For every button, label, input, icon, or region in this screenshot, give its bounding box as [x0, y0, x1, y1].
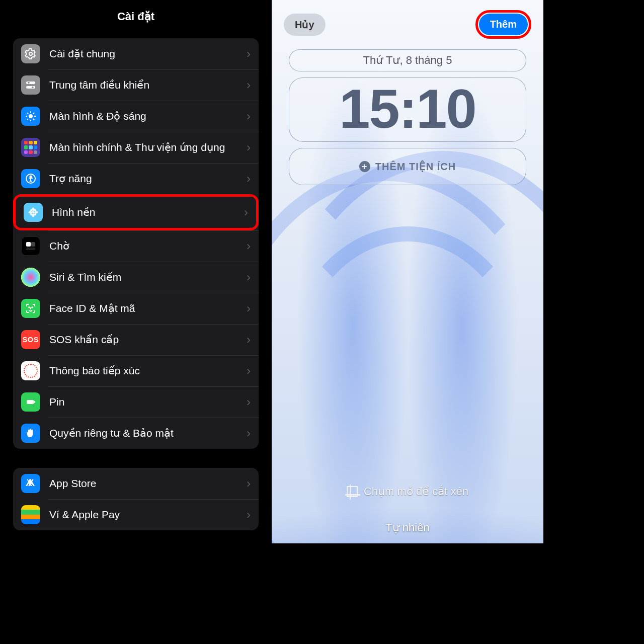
svg-point-5 [29, 114, 33, 118]
chevron-right-icon: › [247, 140, 251, 154]
chevron-right-icon: › [244, 205, 248, 219]
chevron-right-icon: › [247, 476, 251, 491]
row-label: Pin [49, 395, 237, 409]
faceid-icon [21, 299, 40, 318]
lock-widgets-area: Thứ Tư, 8 tháng 5 15:10 + THÊM TIỆN ÍCH [289, 49, 526, 185]
editor-topbar: Hủy Thêm [272, 10, 543, 39]
wallet-icon [21, 505, 40, 524]
chevron-right-icon: › [247, 508, 251, 522]
row-label: App Store [49, 476, 237, 490]
row-wallpaper[interactable]: Hình nền › [13, 194, 259, 230]
add-widget-label: THÊM TIỆN ÍCH [375, 160, 456, 173]
exposure-icon [21, 361, 40, 380]
row-label: Thông báo tiếp xúc [49, 364, 237, 377]
gear-icon [21, 44, 40, 63]
row-standby[interactable]: Chờ › [13, 230, 259, 262]
row-label: Màn hình & Độ sáng [49, 109, 237, 123]
row-sos[interactable]: SOS SOS khẩn cấp › [13, 324, 259, 355]
chevron-right-icon: › [247, 172, 251, 186]
svg-point-20 [35, 211, 38, 213]
row-label: Trợ năng [49, 172, 237, 185]
hand-icon [21, 424, 40, 443]
row-privacy[interactable]: Quyền riêng tư & Bảo mật › [13, 418, 259, 449]
row-label: Hình nền [52, 205, 235, 219]
row-label: SOS khẩn cấp [49, 333, 237, 346]
flower-icon [24, 203, 43, 222]
svg-rect-31 [34, 401, 35, 403]
row-label: Quyền riêng tư & Bảo mật [49, 426, 237, 440]
chevron-right-icon: › [247, 395, 251, 409]
chevron-right-icon: › [247, 78, 251, 92]
chevron-right-icon: › [247, 426, 251, 440]
row-label: Trung tâm điều khiển [49, 78, 237, 92]
crop-hint: Chụm mở để cắt xén [272, 485, 543, 498]
svg-point-28 [29, 307, 30, 308]
chevron-right-icon: › [247, 270, 251, 284]
row-label: Cài đặt chung [49, 47, 237, 60]
chevron-right-icon: › [247, 364, 251, 378]
standby-icon [21, 236, 40, 256]
siri-icon [21, 268, 40, 287]
chevron-right-icon: › [247, 333, 251, 347]
appstore-icon [21, 474, 40, 493]
svg-line-11 [33, 119, 34, 120]
svg-point-29 [32, 307, 33, 308]
svg-point-0 [29, 52, 32, 55]
svg-rect-27 [26, 248, 35, 250]
chevron-right-icon: › [247, 47, 251, 61]
row-display-brightness[interactable]: Màn hình & Độ sáng › [13, 101, 259, 132]
crop-hint-text: Chụm mở để cắt xén [364, 485, 468, 498]
chevron-right-icon: › [247, 109, 251, 123]
settings-title: Cài đặt [0, 0, 272, 38]
svg-point-16 [32, 211, 35, 214]
svg-rect-26 [31, 242, 35, 247]
row-accessibility[interactable]: Trợ năng › [13, 163, 259, 194]
add-widget-button[interactable]: + THÊM TIỆN ÍCH [289, 148, 526, 185]
svg-line-12 [33, 113, 34, 114]
lockscreen-date[interactable]: Thứ Tư, 8 tháng 5 [289, 49, 526, 71]
settings-pane: Cài đặt Cài đặt chung › Trung tâm điều k… [0, 0, 272, 543]
row-faceid[interactable]: Face ID & Mật mã › [13, 293, 259, 324]
sos-icon: SOS [21, 330, 40, 349]
svg-line-10 [27, 113, 28, 114]
row-label: Màn hình chính & Thư viện ứng dụng [49, 140, 237, 154]
row-home-screen[interactable]: Màn hình chính & Thư viện ứng dụng › [13, 132, 259, 163]
lockscreen-editor-pane: Hủy Thêm Thứ Tư, 8 tháng 5 15:10 + THÊM … [272, 0, 543, 543]
crop-icon [347, 486, 358, 497]
row-exposure[interactable]: Thông báo tiếp xúc › [13, 355, 259, 386]
row-appstore[interactable]: App Store › [13, 468, 259, 499]
row-label: Face ID & Mật mã [49, 301, 237, 315]
row-label: Chờ [49, 239, 237, 253]
svg-point-17 [32, 208, 34, 211]
row-wallet[interactable]: Ví & Apple Pay › [13, 499, 259, 530]
row-general[interactable]: Cài đặt chung › [13, 38, 259, 69]
settings-group-2: App Store › Ví & Apple Pay › [13, 468, 259, 530]
app-grid-icon [21, 138, 40, 157]
toggles-icon [21, 75, 40, 95]
svg-rect-30 [27, 400, 34, 404]
cancel-button[interactable]: Hủy [284, 14, 326, 36]
add-button[interactable]: Thêm [479, 14, 528, 35]
svg-point-19 [29, 211, 32, 213]
settings-group-1: Cài đặt chung › Trung tâm điều khiển › M… [13, 38, 259, 449]
add-button-highlight: Thêm [475, 10, 531, 39]
chevron-right-icon: › [247, 301, 251, 315]
sun-icon [21, 107, 40, 126]
row-battery[interactable]: Pin › [13, 386, 259, 418]
row-control-center[interactable]: Trung tâm điều khiển › [13, 69, 259, 101]
chevron-right-icon: › [247, 239, 251, 253]
filter-label[interactable]: Tự nhiên [272, 521, 543, 534]
lockscreen-time[interactable]: 15:10 [289, 77, 526, 142]
row-siri[interactable]: Siri & Tìm kiếm › [13, 262, 259, 293]
row-label: Ví & Apple Pay [49, 508, 237, 521]
svg-rect-2 [26, 86, 35, 89]
svg-point-18 [32, 214, 34, 217]
accessibility-icon [21, 169, 40, 188]
svg-point-15 [30, 176, 32, 178]
plus-icon: + [359, 161, 370, 172]
svg-point-3 [28, 82, 30, 84]
svg-rect-25 [26, 242, 31, 247]
svg-rect-1 [26, 82, 35, 84]
svg-point-4 [32, 87, 34, 89]
battery-icon [21, 392, 40, 412]
